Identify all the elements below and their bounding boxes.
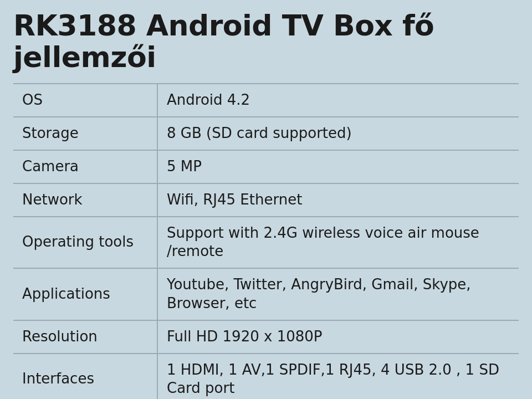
row-label: Camera [13,150,157,183]
specs-table: OSAndroid 4.2Storage8 GB (SD card suppor… [13,83,519,399]
row-label: OS [13,84,157,117]
row-label: Interfaces [13,354,157,399]
table-row: OSAndroid 4.2 [13,84,519,117]
row-value: Wifi, RJ45 Ethernet [157,183,519,217]
row-value: 5 MP [157,150,519,183]
table-row: Storage8 GB (SD card supported) [13,117,519,150]
row-value: Android 4.2 [157,84,519,117]
page-container: RK3188 Android TV Box fő jellemzői OSAnd… [0,0,532,399]
table-row: ApplicationsYoutube, Twitter, AngryBird,… [13,268,519,320]
row-label: Network [13,183,157,217]
row-label: Resolution [13,320,157,354]
table-row: Interfaces1 HDMI, 1 AV,1 SPDIF,1 RJ45, 4… [13,354,519,399]
table-row: NetworkWifi, RJ45 Ethernet [13,183,519,217]
table-row: Operating toolsSupport with 2.4G wireles… [13,217,519,269]
row-label: Storage [13,117,157,150]
page-title: RK3188 Android TV Box fő jellemzői [13,10,519,73]
row-value: Youtube, Twitter, AngryBird, Gmail, Skyp… [157,268,519,320]
row-label: Operating tools [13,217,157,269]
row-label: Applications [13,268,157,320]
row-value: Support with 2.4G wireless voice air mou… [157,217,519,269]
row-value: 1 HDMI, 1 AV,1 SPDIF,1 RJ45, 4 USB 2.0 ,… [157,354,519,399]
table-row: ResolutionFull HD 1920 x 1080P [13,320,519,354]
table-row: Camera5 MP [13,150,519,183]
row-value: Full HD 1920 x 1080P [157,320,519,354]
row-value: 8 GB (SD card supported) [157,117,519,150]
